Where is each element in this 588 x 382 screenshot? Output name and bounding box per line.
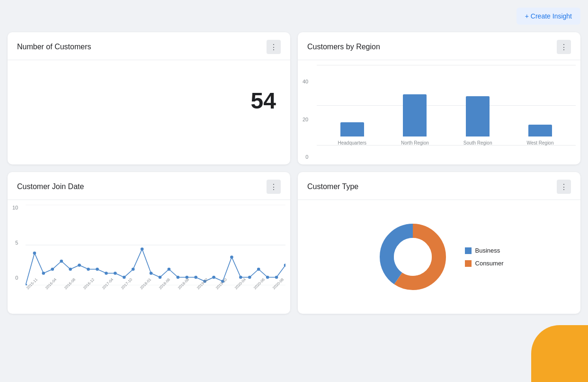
svg-point-28 [248, 276, 251, 279]
top-bar: + Create Insight [8, 8, 580, 25]
svg-point-14 [123, 276, 126, 279]
svg-point-22 [194, 276, 197, 279]
customers-by-region-title: Customers by Region [307, 43, 380, 51]
line-chart-svg [26, 205, 285, 285]
svg-point-11 [96, 268, 99, 271]
svg-point-18 [159, 276, 162, 279]
y-label-40: 40 [303, 79, 308, 84]
number-of-customers-value: 54 [8, 60, 290, 136]
svg-point-20 [177, 276, 180, 279]
bar-chart-y-axis: 40 20 0 [303, 79, 308, 160]
customer-type-header: Customer Type ⋮ [298, 172, 580, 200]
bar [466, 96, 490, 136]
customer-type-chart: Business Consumer [298, 200, 580, 314]
legend-item-business: Business [465, 247, 504, 254]
customers-by-region-chart: 40 20 0 Headquarters North Region South … [298, 60, 580, 164]
bar-group: Headquarters [338, 122, 366, 146]
svg-point-13 [114, 272, 117, 274]
bar-group: West Region [526, 125, 553, 146]
create-insight-button[interactable]: + Create Insight [517, 8, 580, 25]
customer-join-date-chart: 10 5 0 2015-112016-042016-082016-122017-… [8, 200, 290, 304]
y-label-0: 0 [305, 155, 308, 160]
svg-point-15 [132, 268, 135, 271]
number-of-customers-menu-button[interactable]: ⋮ [267, 40, 281, 54]
svg-point-30 [266, 276, 269, 279]
svg-point-5 [42, 272, 45, 274]
number-of-customers-title: Number of Customers [17, 43, 91, 51]
svg-point-32 [284, 264, 285, 266]
svg-point-29 [257, 268, 260, 271]
yellow-corner-decoration [531, 325, 588, 382]
lc-y-label-5: 5 [15, 240, 18, 246]
dashboard-grid: Number of Customers ⋮ 54 Customers by Re… [8, 32, 580, 314]
svg-point-31 [275, 276, 278, 279]
number-of-customers-card: Number of Customers ⋮ 54 [8, 32, 290, 164]
svg-point-24 [212, 276, 215, 279]
customers-by-region-menu-button[interactable]: ⋮ [557, 40, 571, 54]
customer-type-card: Customer Type ⋮ Business Consumer [298, 172, 580, 314]
bar-label: West Region [526, 140, 553, 146]
customer-join-date-card: Customer Join Date ⋮ 10 5 0 2015- [8, 172, 290, 314]
bar-chart-bars: Headquarters North Region South Region W… [321, 65, 571, 146]
bar-label: North Region [401, 140, 429, 146]
svg-point-19 [168, 268, 171, 271]
bar [403, 94, 427, 136]
svg-point-6 [51, 268, 54, 271]
legend-business-label: Business [475, 247, 500, 254]
svg-point-26 [230, 255, 233, 258]
customers-by-region-header: Customers by Region ⋮ [298, 32, 580, 60]
line-chart-y-labels: 10 5 0 [12, 205, 18, 281]
customer-type-menu-button[interactable]: ⋮ [557, 180, 571, 194]
bar-chart: 40 20 0 Headquarters North Region South … [303, 65, 576, 160]
svg-point-10 [87, 268, 90, 271]
customer-join-date-header: Customer Join Date ⋮ [8, 172, 290, 200]
bar-group: North Region [401, 94, 429, 146]
legend-item-consumer: Consumer [465, 260, 504, 267]
bar-label: Headquarters [338, 140, 366, 146]
donut-legend: Business Consumer [465, 247, 504, 267]
bar-group: South Region [463, 96, 492, 146]
consumer-color-swatch [465, 260, 472, 267]
customer-type-title: Customer Type [307, 182, 358, 191]
customers-by-region-card: Customers by Region ⋮ 40 20 0 [298, 32, 580, 164]
bar-label: South Region [463, 140, 492, 146]
svg-point-12 [105, 272, 108, 274]
line-chart-wrap: 10 5 0 2015-112016-042016-082016-122017-… [12, 205, 285, 300]
svg-point-7 [60, 260, 63, 263]
bar [528, 125, 552, 137]
svg-point-8 [69, 268, 72, 271]
number-of-customers-header: Number of Customers ⋮ [8, 32, 290, 60]
y-label-20: 20 [303, 117, 308, 122]
svg-point-4 [33, 252, 36, 255]
bar [340, 122, 364, 136]
svg-point-16 [141, 247, 144, 250]
svg-point-9 [78, 264, 81, 266]
lc-y-label-0: 0 [15, 275, 18, 281]
line-chart-x-labels: 2015-112016-042016-082016-122017-042017-… [26, 285, 285, 300]
legend-consumer-label: Consumer [475, 260, 504, 267]
line-chart-svg-area [26, 205, 285, 285]
svg-point-27 [239, 276, 242, 279]
customer-join-date-title: Customer Join Date [17, 182, 84, 191]
donut-chart-svg [375, 219, 451, 295]
lc-y-label-10: 10 [12, 205, 18, 210]
svg-point-35 [394, 238, 432, 276]
customer-join-date-menu-button[interactable]: ⋮ [267, 180, 281, 194]
business-color-swatch [465, 247, 472, 254]
svg-point-17 [150, 272, 153, 274]
